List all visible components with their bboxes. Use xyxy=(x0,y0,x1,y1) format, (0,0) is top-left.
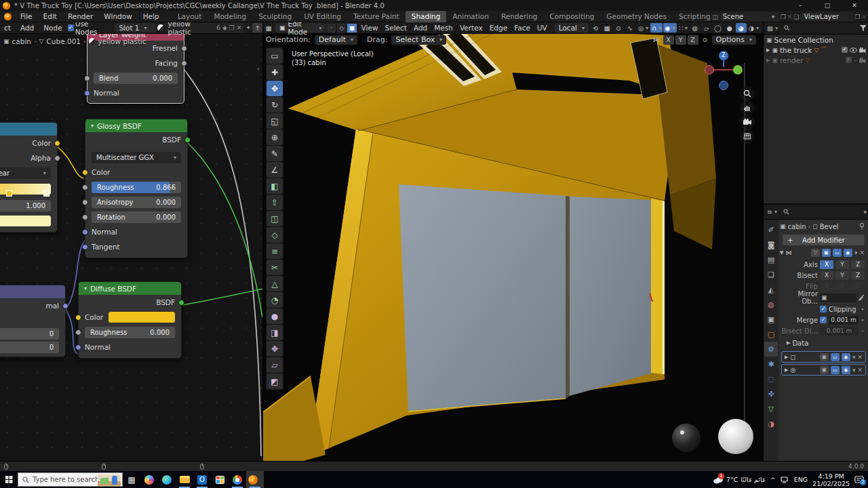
vector-output-socket[interactable] xyxy=(62,303,68,309)
constraints-tab[interactable]: ✜ xyxy=(764,386,778,401)
orthographic-toggle-button[interactable] xyxy=(740,129,755,144)
rip-region-tool[interactable]: ◩ xyxy=(267,373,283,389)
diffuse-bsdf-node[interactable]: ▾Diffuse BSDF BSDF Color Roughness0.000 … xyxy=(78,281,182,359)
copy-material-icon[interactable]: ❐ xyxy=(229,24,235,31)
workspace-tab-compositing[interactable]: Compositing xyxy=(544,11,601,22)
subsurf-expand-arrow[interactable]: ▶ xyxy=(785,367,788,373)
pin-id-icon[interactable] xyxy=(859,223,865,230)
poly-build-tool[interactable]: △ xyxy=(267,276,283,291)
merge-checkbox[interactable]: ✓ xyxy=(820,317,827,323)
render-checkbox[interactable]: ✓ xyxy=(846,57,852,63)
glossy-bsdf-socket[interactable] xyxy=(184,137,191,143)
edge-select-mode[interactable]: ◇ xyxy=(337,24,346,33)
ramp-color-swatch[interactable] xyxy=(0,216,51,226)
expand-arrow-icon[interactable]: ▶ xyxy=(766,47,770,53)
workspace-tab-geometry-nodes[interactable]: Geometry Nodes xyxy=(600,11,673,22)
pin-icon[interactable]: ✦ xyxy=(770,14,776,20)
vector-value-1[interactable]: 0 xyxy=(0,328,59,340)
rotation-slider[interactable]: Rotation0.000 xyxy=(92,211,181,223)
blender-menu-icon[interactable] xyxy=(4,13,12,20)
expand-arrow-icon-2[interactable]: ▶ xyxy=(766,58,770,63)
diffuse-roughness-socket[interactable] xyxy=(75,329,81,336)
snap-target-icon[interactable]: ⟲ xyxy=(590,23,601,33)
subsurf-close-icon[interactable]: ✕ xyxy=(857,367,863,373)
inset-faces-tool[interactable]: ◫ xyxy=(267,211,283,226)
color-ramp-node[interactable]: Color Alpha ▾ Linear▾ 1.000 xyxy=(0,122,58,232)
shading-material-icon[interactable]: ◕ xyxy=(736,23,747,33)
snap-elements-icon[interactable]: ▦ xyxy=(601,23,612,33)
fake-user-shield-icon[interactable]: ◈ xyxy=(222,24,227,31)
rotation-socket[interactable] xyxy=(82,214,88,220)
viewport-menu-uv[interactable]: UV xyxy=(534,22,551,34)
gizmo-y-axis[interactable] xyxy=(733,65,743,75)
ramp-alpha-socket[interactable] xyxy=(54,155,60,161)
curve-falloff-icon[interactable]: ∿ xyxy=(625,23,635,33)
menu-edit[interactable]: Edit xyxy=(38,12,62,20)
distribution-dropdown[interactable]: Multiscatter GGX▾ xyxy=(92,152,181,163)
menu-render[interactable]: Render xyxy=(62,12,98,20)
menu-file[interactable]: File xyxy=(15,12,38,20)
viewport-menu-vertex[interactable]: Vertex xyxy=(456,22,486,34)
filter-funnel-icon[interactable] xyxy=(860,25,867,31)
subsurf-render-toggle[interactable]: ◉ xyxy=(842,366,850,374)
render-toggle[interactable]: ◉ xyxy=(844,249,852,257)
falloff-options-icon[interactable]: ⊙ xyxy=(700,35,711,45)
cursor-tool[interactable]: ✚ xyxy=(267,64,283,80)
fresnel-socket[interactable] xyxy=(181,45,187,52)
camera-view-button[interactable] xyxy=(740,115,755,129)
select-box-tool[interactable]: ▭ xyxy=(267,48,283,64)
task-view-button[interactable]: ▦ xyxy=(123,471,140,488)
interpolation-dropdown[interactable]: Linear▾ xyxy=(0,167,51,179)
workspace-tab-rendering[interactable]: Rendering xyxy=(495,11,544,22)
bevel-expand-arrow[interactable]: ▶ xyxy=(785,354,788,360)
vector-node[interactable]: mal 0 0 xyxy=(0,285,66,357)
material-name-field[interactable]: yellow plastic 6 ◈ ❐ ✕ xyxy=(165,23,245,33)
material-users-count[interactable]: 6 xyxy=(216,24,220,31)
outliner-type-icon[interactable]: ▤ xyxy=(766,24,779,33)
breadcrumb-mesh[interactable]: Cube.001 xyxy=(47,37,81,45)
flip-y-button[interactable]: Y xyxy=(835,282,849,291)
slot-dropdown[interactable]: Slot 1 xyxy=(115,23,156,33)
flip-x-button[interactable]: X xyxy=(820,282,833,291)
transform-tool[interactable]: ⊕ xyxy=(267,129,283,145)
chrome-icon[interactable] xyxy=(229,471,246,488)
shrink-fatten-tool[interactable]: ✥ xyxy=(267,341,283,357)
truck-render-camera-icon[interactable] xyxy=(859,47,866,53)
diffuse-color-socket[interactable] xyxy=(75,314,81,321)
add-cube-tool[interactable]: ◧ xyxy=(267,178,283,194)
breadcrumb-object[interactable]: cabin xyxy=(12,37,31,45)
vertex-select-mode[interactable]: · xyxy=(327,24,336,33)
proportional-editing-icon[interactable]: ◉ xyxy=(663,23,676,33)
file-explorer-icon[interactable] xyxy=(176,471,193,488)
shader-add-menu[interactable]: Add xyxy=(16,24,38,32)
data-section-row[interactable]: ▶ Data xyxy=(778,336,868,350)
mirror-z-button[interactable]: Z xyxy=(688,35,698,45)
bevel-edit-toggle[interactable]: ▣ xyxy=(820,353,829,361)
bevel-render-toggle[interactable]: ◉ xyxy=(842,353,850,361)
menu-window[interactable]: Window xyxy=(98,12,137,20)
viewport-menu-select[interactable]: Select xyxy=(382,22,410,34)
workspace-tab-shading[interactable]: Shading xyxy=(406,11,447,22)
render-tab[interactable]: ◙ xyxy=(764,237,778,252)
flip-z-button[interactable]: Z xyxy=(851,282,865,291)
breadcrumb-material[interactable]: yellow plastic xyxy=(98,37,146,45)
mode-dropdown[interactable]: ▣ Edit Mode xyxy=(275,23,326,33)
language-indicator[interactable]: ENG xyxy=(794,476,808,483)
modifier-tab[interactable]: ⚙ xyxy=(764,342,778,357)
shading-rendered-icon[interactable]: ◑ xyxy=(747,23,760,33)
start-button[interactable] xyxy=(0,471,18,488)
shading-wireframe-icon[interactable]: ◯ xyxy=(713,23,724,33)
gizmo-z-axis[interactable]: Z xyxy=(719,51,728,60)
rotate-tool[interactable]: ↻ xyxy=(267,97,283,113)
the-truck-row[interactable]: ▶ ▣ the truck ▽ ⌒ ✓ xyxy=(764,45,868,55)
taskbar-search[interactable]: Type here to search xyxy=(18,472,123,487)
viewport-menu-view[interactable]: View xyxy=(358,22,382,34)
options-dropdown[interactable]: Options xyxy=(712,35,756,45)
weather-widget[interactable]: 1 7°C غائم غالبًا xyxy=(713,476,766,484)
mirror-object-field[interactable]: ▣ xyxy=(820,293,856,302)
blend-socket[interactable] xyxy=(84,75,90,81)
editor-type-icon[interactable]: ▦ xyxy=(263,23,274,33)
bisect-y-button[interactable]: Y xyxy=(835,271,849,280)
bisect-distance-field[interactable]: 0.001 m xyxy=(820,327,859,336)
on-cage-toggle[interactable]: ▽ xyxy=(811,249,820,257)
